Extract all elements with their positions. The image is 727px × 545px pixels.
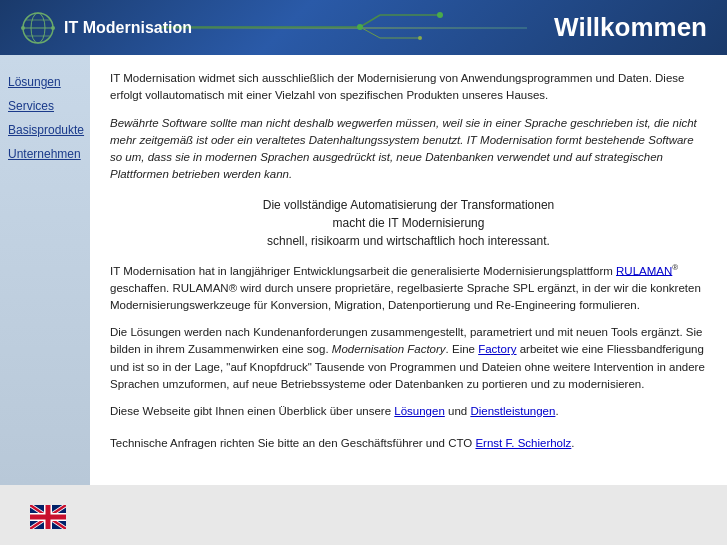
center2: macht die IT Modernisierung xyxy=(333,216,485,230)
para4-mid: . Eine xyxy=(446,343,479,355)
para5-post: . xyxy=(555,405,558,417)
para5-mid: und xyxy=(445,405,471,417)
sidebar-item-loesungen[interactable]: Lösungen xyxy=(8,75,82,89)
factory-link[interactable]: Factory xyxy=(478,343,516,355)
page-title: Willkommen xyxy=(554,12,707,43)
header: IT Modernisation Willkommen xyxy=(0,0,727,55)
dienstleistungen-link[interactable]: Dienstleistungen xyxy=(470,405,555,417)
para3-pre: IT Modernisation hat in langjähriger Ent… xyxy=(110,264,616,276)
circuit-decoration xyxy=(160,0,560,55)
para3-post: geschaffen. RULAMAN® wird durch unsere p… xyxy=(110,282,701,311)
para4: Die Lösungen werden nach Kundenanforderu… xyxy=(110,324,707,393)
para6-pre: Technische Anfragen richten Sie bitte an… xyxy=(110,437,475,449)
para1: IT Modernisation widmet sich ausschließl… xyxy=(110,70,707,105)
para5: Diese Webseite gibt Ihnen einen Überblic… xyxy=(110,403,707,420)
center3: schnell, risikoarm und wirtschaftlich ho… xyxy=(267,234,550,248)
sidebar-item-unternehmen[interactable]: Unternehmen xyxy=(8,147,82,161)
flag-area xyxy=(10,495,717,539)
svg-point-12 xyxy=(357,24,363,30)
svg-point-13 xyxy=(437,12,443,18)
uk-flag-icon[interactable] xyxy=(30,505,66,529)
center-block: Die vollständige Automatisierung der Tra… xyxy=(110,196,707,250)
para5-pre: Diese Webseite gibt Ihnen einen Überblic… xyxy=(110,405,394,417)
svg-point-6 xyxy=(21,26,25,30)
modifactory-italic: Modernisation Factory xyxy=(332,343,446,355)
rulaman-sup: ® xyxy=(672,263,678,272)
svg-line-8 xyxy=(360,15,380,27)
center1: Die vollständige Automatisierung der Tra… xyxy=(263,198,555,212)
sidebar-item-basisprodukte[interactable]: Basisprodukte xyxy=(8,123,82,137)
para2-text: Bewährte Software sollte man nicht desha… xyxy=(110,117,697,181)
para2: Bewährte Software sollte man nicht desha… xyxy=(110,115,707,184)
main-layout: Lösungen Services Basisprodukte Unterneh… xyxy=(0,55,727,485)
svg-rect-23 xyxy=(30,515,66,520)
rulaman-link[interactable]: RULAMAN xyxy=(616,264,672,276)
logo-text: IT Modernisation xyxy=(64,19,192,37)
footer-links: [Home] [Impressum] [Kontakt] xyxy=(10,539,717,545)
svg-line-10 xyxy=(360,27,380,38)
svg-point-14 xyxy=(418,36,422,40)
para6: Technische Anfragen richten Sie bitte an… xyxy=(110,435,707,452)
sidebar-item-services[interactable]: Services xyxy=(8,99,82,113)
para3: IT Modernisation hat in langjähriger Ent… xyxy=(110,262,707,315)
globe-icon xyxy=(20,10,56,46)
main-content: IT Modernisation widmet sich ausschließl… xyxy=(90,55,727,485)
sidebar: Lösungen Services Basisprodukte Unterneh… xyxy=(0,55,90,485)
para6-post: . xyxy=(571,437,574,449)
svg-point-5 xyxy=(51,26,55,30)
loesungen-link[interactable]: Lösungen xyxy=(394,405,445,417)
contact-link[interactable]: Ernst F. Schierholz xyxy=(475,437,571,449)
footer-area: [Home] [Impressum] [Kontakt] © 2011 Schi… xyxy=(0,485,727,545)
